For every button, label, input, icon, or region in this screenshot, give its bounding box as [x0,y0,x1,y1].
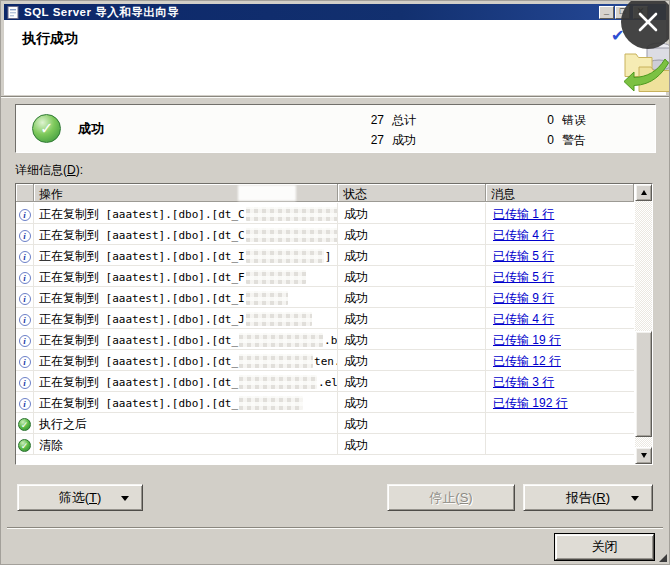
minimize-button[interactable]: _ [599,6,614,19]
operation-cell: 正在复制到 [aaatest].[dbo].[dt_I] [34,245,338,265]
column-header-status[interactable]: 状态 [338,184,486,202]
status-cell: 成功 [338,413,486,433]
info-icon [19,251,31,263]
table-row[interactable]: 清除成功 [16,434,634,455]
operation-text: 正在复制到 [39,312,99,326]
operation-cell: 正在复制到 [aaatest].[dbo].[dt_I [34,287,338,307]
page-title: 执行成功 [22,30,78,48]
transferred-rows-link[interactable]: 已传输 19 行 [493,333,561,347]
transferred-rows-link[interactable]: 已传输 4 行 [493,312,554,326]
message-cell [486,413,634,433]
table-row[interactable]: 正在复制到 [aaatest].[dbo].[dt_C成功已传输 1 行 [16,203,634,224]
table-row[interactable]: 正在复制到 [aaatest].[dbo].[dt_I成功已传输 9 行 [16,287,634,308]
operation-text: 正在复制到 [39,291,99,305]
operation-text: 执行之后 [39,417,87,431]
object-path-suffix: .eld] [318,376,338,389]
footer-divider [7,527,663,529]
status-cell: 成功 [338,266,486,286]
transferred-rows-link[interactable]: 已传输 9 行 [493,291,554,305]
operation-text: 正在复制到 [39,354,99,368]
row-icon-cell [16,224,34,244]
transferred-rows-link[interactable]: 已传输 192 行 [493,396,568,410]
table-body: 正在复制到 [aaatest].[dbo].[dt_C成功已传输 1 行正在复制… [16,203,634,455]
status-cell: 成功 [338,392,486,412]
column-header-message[interactable]: 消息 [486,184,634,202]
message-cell: 已传输 9 行 [486,287,634,307]
censored-text [246,270,306,284]
operation-text: 正在复制到 [39,207,99,221]
info-icon [19,335,31,347]
transferred-rows-link[interactable]: 已传输 12 行 [493,354,561,368]
operation-cell: 正在复制到 [aaatest].[dbo].[dt_C [34,203,338,223]
operation-cell: 正在复制到 [aaatest].[dbo].[dt_ [34,392,338,412]
report-button[interactable]: 报告(R) [523,484,653,511]
transferred-rows-link[interactable]: 已传输 4 行 [493,228,554,242]
scrollbar-thumb[interactable] [635,331,652,437]
censored-text [246,249,324,263]
stat-success: 27成功 [360,132,416,149]
row-icon-cell [16,413,34,433]
scroll-up-button[interactable] [635,184,652,201]
close-icon [636,10,660,34]
operation-cell: 清除 [34,434,338,454]
wizard-header: 执行成功 ✔ [4,20,666,95]
message-cell: 已传输 192 行 [486,392,634,412]
scroll-down-button[interactable] [635,447,652,464]
message-cell: 已传输 19 行 [486,329,634,349]
message-cell: 已传输 4 行 [486,308,634,328]
summary-panel: 成功 27总计 27成功 0错误 0警告 [15,104,656,153]
table-row[interactable]: 正在复制到 [aaatest].[dbo].[dt_I]成功已传输 5 行 [16,245,634,266]
status-cell: 成功 [338,224,486,244]
transferred-rows-link[interactable]: 已传输 5 行 [493,270,554,284]
table-row[interactable]: 正在复制到 [aaatest].[dbo].[dt_F成功已传输 5 行 [16,266,634,287]
operation-text: 正在复制到 [39,249,99,263]
stat-errors: 0错误 [530,112,586,129]
table-row[interactable]: 执行之后成功 [16,413,634,434]
censored-text [239,375,317,389]
object-path: [aaatest].[dbo].[dt_J [99,313,245,326]
operation-cell: 执行之后 [34,413,338,433]
censored-text [239,333,323,347]
row-icon-cell [16,371,34,391]
operation-cell: 正在复制到 [aaatest].[dbo].[dt_.eld] [34,371,338,391]
report-dropdown-icon [631,496,639,501]
table-row[interactable]: 正在复制到 [aaatest].[dbo].[dt_C成功已传输 4 行 [16,224,634,245]
info-icon [19,398,31,410]
transferred-rows-link[interactable]: 已传输 5 行 [493,249,554,263]
titlebar[interactable]: SQL Server 导入和导出向导 _ □ ✕ [4,4,666,20]
operation-cell: 正在复制到 [aaatest].[dbo].[dt_.bum] [34,329,338,349]
table-row[interactable]: 正在复制到 [aaatest].[dbo].[dt_J成功已传输 4 行 [16,308,634,329]
object-path: [aaatest].[dbo].[dt_I [99,250,245,263]
transferred-rows-link[interactable]: 已传输 1 行 [493,207,554,221]
operation-cell: 正在复制到 [aaatest].[dbo].[dt_C [34,224,338,244]
resize-grip[interactable] [659,554,667,562]
info-icon [19,377,31,389]
table-row[interactable]: 正在复制到 [aaatest].[dbo].[dt_ten...成功已传输 12… [16,350,634,371]
censored-text [239,396,303,410]
table-row[interactable]: 正在复制到 [aaatest].[dbo].[dt_.eld]成功已传输 3 行 [16,371,634,392]
close-button[interactable]: 关闭 [555,534,654,560]
app-icon [7,6,20,19]
object-path: [aaatest].[dbo].[dt_F [99,271,245,284]
object-path: [aaatest].[dbo].[dt_ [99,355,238,368]
column-header-icon[interactable] [16,184,34,202]
status-cell: 成功 [338,329,486,349]
filter-button[interactable]: 筛选(T) [17,484,143,511]
transferred-rows-link[interactable]: 已传输 3 行 [493,375,554,389]
info-icon [19,209,31,221]
stop-button[interactable]: 停止(S) [387,484,515,511]
status-cell: 成功 [338,245,486,265]
message-cell: 已传输 1 行 [486,203,634,223]
row-icon-cell [16,350,34,370]
success-icon [18,418,31,431]
table-row[interactable]: 正在复制到 [aaatest].[dbo].[dt_.bum]成功已传输 19 … [16,329,634,350]
message-cell [486,434,634,454]
object-path: [aaatest].[dbo].[dt_ [99,334,238,347]
row-icon-cell [16,329,34,349]
down-arrow-icon [641,453,647,458]
operation-cell: 正在复制到 [aaatest].[dbo].[dt_ten... [34,350,338,370]
vertical-scrollbar[interactable] [635,184,652,464]
operation-text: 正在复制到 [39,396,99,410]
table-row[interactable]: 正在复制到 [aaatest].[dbo].[dt_成功已传输 192 行 [16,392,634,413]
wizard-window: SQL Server 导入和导出向导 _ □ ✕ 执行成功 ✔ 成功 27总计 … [0,0,670,565]
